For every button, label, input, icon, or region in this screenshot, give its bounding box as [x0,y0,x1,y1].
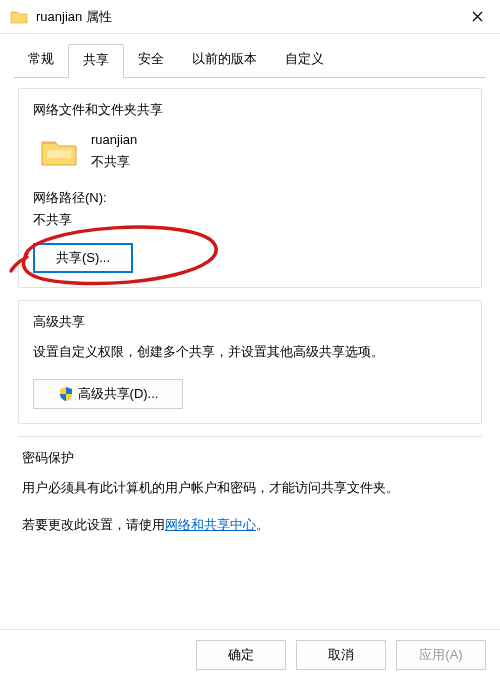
group-network-sharing: 网络文件和文件夹共享 ruanjian 不共享 网络路径(N): 不共享 共享(… [18,88,482,288]
apply-button-label: 应用(A) [419,646,462,664]
tab-content: 网络文件和文件夹共享 ruanjian 不共享 网络路径(N): 不共享 共享(… [0,78,500,550]
cancel-button[interactable]: 取消 [296,640,386,670]
share-item-name: ruanjian [91,129,137,151]
group-password-title: 密码保护 [22,449,478,467]
password-line1: 用户必须具有此计算机的用户帐户和密码，才能访问共享文件夹。 [22,477,478,499]
shield-icon [58,386,74,402]
share-button-label: 共享(S)... [56,249,110,267]
apply-button[interactable]: 应用(A) [396,640,486,670]
tab-custom[interactable]: 自定义 [271,44,338,78]
group-advanced-sharing: 高级共享 设置自定义权限，创建多个共享，并设置其他高级共享选项。 高级共享(D)… [18,300,482,424]
tab-previous-versions[interactable]: 以前的版本 [178,44,271,78]
ok-button[interactable]: 确定 [196,640,286,670]
svg-rect-0 [47,150,71,158]
network-path-value: 不共享 [33,209,467,231]
group-advanced-title: 高级共享 [33,313,467,331]
password-line2: 若要更改此设置，请使用网络和共享中心。 [22,514,478,536]
tab-sharing[interactable]: 共享 [68,44,124,78]
password-line2-a: 若要更改此设置，请使用 [22,517,165,532]
group-network-title: 网络文件和文件夹共享 [33,101,467,119]
advanced-desc: 设置自定义权限，创建多个共享，并设置其他高级共享选项。 [33,341,467,363]
password-line2-b: 。 [256,517,269,532]
window-title: ruanjian 属性 [36,8,454,26]
share-button[interactable]: 共享(S)... [33,243,133,273]
title-bar: ruanjian 属性 [0,0,500,34]
ok-button-label: 确定 [228,646,254,664]
share-item-state: 不共享 [91,151,137,173]
close-button[interactable] [454,0,500,34]
cancel-button-label: 取消 [328,646,354,664]
tab-general[interactable]: 常规 [14,44,68,78]
network-sharing-center-link[interactable]: 网络和共享中心 [165,517,256,532]
group-password-protect: 密码保护 用户必须具有此计算机的用户帐户和密码，才能访问共享文件夹。 若要更改此… [18,436,482,549]
advanced-sharing-button[interactable]: 高级共享(D)... [33,379,183,409]
dialog-button-bar: 确定 取消 应用(A) [0,629,500,679]
close-icon [472,11,483,22]
network-path-label: 网络路径(N): [33,187,467,209]
tab-security[interactable]: 安全 [124,44,178,78]
shared-folder-icon [39,134,79,168]
folder-icon [10,9,28,24]
tab-strip: 常规 共享 安全 以前的版本 自定义 [0,34,500,78]
advanced-sharing-button-label: 高级共享(D)... [78,385,159,403]
